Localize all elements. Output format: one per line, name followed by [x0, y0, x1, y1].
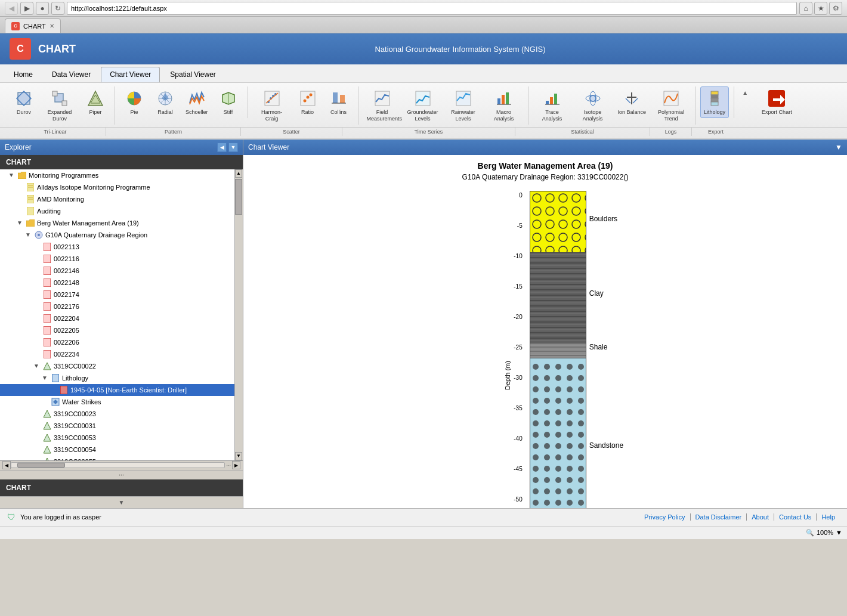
tree-item-berg[interactable]: ▼ Berg Water Management Area (19) — [0, 217, 243, 229]
toggle-berg[interactable]: ▼ — [16, 219, 24, 226]
ribbon-item-radial[interactable]: Radial — [151, 86, 180, 118]
explorer-pin-button[interactable]: ◀ — [217, 143, 227, 152]
tree-item-3319cc00055[interactable]: 3319CC00055 — [0, 456, 243, 460]
tree-item-amd[interactable]: AMD Monitoring — [0, 193, 243, 205]
contact-us-link[interactable]: Contact Us — [774, 513, 817, 521]
tree-label-berg: Berg Water Management Area (19) — [37, 219, 139, 227]
ribbon-item-field-measurements[interactable]: Field Measurements — [363, 86, 401, 125]
ribbon-item-harmon-craig[interactable]: Harmon-Craig — [253, 86, 291, 125]
tree-item-3319cc00054[interactable]: 3319CC00054 — [0, 444, 243, 456]
home-button[interactable]: ⌂ — [799, 2, 812, 15]
back-button[interactable]: ◀ — [5, 2, 18, 15]
tree-container[interactable]: ▼ Monitoring Programmes Alldays Isotope … — [0, 169, 243, 460]
tree-item-alldays[interactable]: Alldays Isotope Monitoring Programme — [0, 181, 243, 193]
tree-item-0022206[interactable]: 0022206 — [0, 336, 243, 348]
explorer-collapse-handle[interactable]: ··· — [0, 470, 243, 479]
data-disclaimer-link[interactable]: Data Disclaimer — [691, 513, 747, 521]
scroll-up-arrow[interactable]: ▲ — [235, 169, 242, 178]
ribbon-item-piper[interactable]: Piper — [81, 86, 110, 118]
ribbon-item-export-chart[interactable]: Export Chart — [758, 86, 796, 118]
tab-close-button[interactable]: ✕ — [50, 23, 54, 29]
tree-item-0022148[interactable]: 0022148 — [0, 277, 243, 289]
ribbon-item-trace-analysis[interactable]: Trace Analysis — [533, 86, 571, 125]
ribbon-item-macro-analysis[interactable]: Macro Analysis — [485, 86, 523, 125]
rainwater-levels-icon — [454, 89, 473, 108]
browser-tab[interactable]: C CHART ✕ — [5, 18, 61, 33]
browser-zoom-bar: 🔍 100% ▼ — [0, 526, 847, 539]
ribbon-item-rainwater-levels[interactable]: Rainwater Levels — [444, 86, 483, 125]
scroll-right-arrow[interactable]: ▶ — [232, 461, 240, 469]
tree-item-3319cc00022[interactable]: ▼ 3319CC00022 — [0, 360, 243, 372]
expand-arrow-icon: ▼ — [119, 499, 125, 506]
scroll-left-arrow[interactable]: ◀ — [2, 461, 11, 469]
export-chart-icon — [767, 89, 786, 108]
ribbon-tab-chart-viewer[interactable]: Chart Viewer — [101, 67, 160, 82]
toggle-g10a[interactable]: ▼ — [24, 231, 32, 238]
ribbon-group-logs: Lithology — [695, 86, 734, 118]
ribbon-item-stiff[interactable]: Stiff — [214, 86, 243, 118]
tree-item-lithology-node[interactable]: ▼ Lithology — [0, 372, 243, 384]
tree-item-0022146[interactable]: 0022146 — [0, 265, 243, 277]
ribbon-item-durov[interactable]: Durov — [10, 86, 38, 118]
tree-item-0022116[interactable]: 0022116 — [0, 253, 243, 265]
ribbon-item-schoeller[interactable]: Schoeller — [182, 86, 212, 118]
favorites-button[interactable]: ★ — [814, 2, 827, 15]
tree-item-1945-04-05[interactable]: 1945-04-05 [Non-Earth Scientist: Driller… — [0, 384, 243, 396]
ribbon-tab-data-viewer[interactable]: Data Viewer — [43, 67, 100, 82]
tree-item-3319cc00023[interactable]: 3319CC00023 — [0, 408, 243, 420]
tree-item-0022113[interactable]: 0022113 — [0, 241, 243, 253]
tree-item-0022234[interactable]: 0022234 — [0, 348, 243, 360]
tree-item-0022205[interactable]: 0022205 — [0, 324, 243, 336]
scroll-thumb[interactable] — [235, 179, 242, 215]
ribbon-item-pie[interactable]: Pie — [120, 86, 149, 118]
ribbon-item-groundwater-levels[interactable]: Groundwater Levels — [404, 86, 442, 125]
svg-rect-67 — [44, 290, 51, 299]
tree-item-3319cc00031[interactable]: 3319CC00031 — [0, 420, 243, 432]
privacy-policy-link[interactable]: Privacy Policy — [639, 513, 690, 521]
ribbon-tab-spatial-viewer[interactable]: Spatial Viewer — [161, 67, 225, 82]
stop-button[interactable]: ● — [36, 2, 49, 15]
tools-button[interactable]: ⚙ — [829, 2, 842, 15]
svg-rect-51 — [711, 102, 718, 106]
field-measurements-icon — [373, 89, 392, 108]
explorer-scrollbar-x[interactable]: ◀ ··· ▶ — [0, 460, 243, 470]
radial-label: Radial — [157, 109, 173, 116]
toggle-monitoring[interactable]: ▼ — [7, 172, 16, 178]
forward-button[interactable]: ▶ — [20, 2, 33, 15]
app-logo: C — [10, 38, 31, 60]
toggle-3319cc00022[interactable]: ▼ — [32, 363, 41, 369]
scroll-down-arrow[interactable]: ▼ — [235, 452, 242, 460]
ribbon-item-ion-balance[interactable]: Ion Balance — [614, 86, 650, 118]
scrollbar-thumb-x[interactable] — [17, 463, 65, 468]
tree-item-3319cc00053[interactable]: 3319CC00053 — [0, 432, 243, 444]
about-link[interactable]: About — [747, 513, 774, 521]
address-bar[interactable] — [67, 2, 797, 15]
zoom-dropdown-icon[interactable]: ▼ — [836, 529, 842, 536]
toggle-lithology-node[interactable]: ▼ — [41, 374, 49, 381]
ribbon-item-lithology[interactable]: Lithology — [700, 86, 729, 118]
refresh-button[interactable]: ↻ — [51, 2, 64, 15]
explorer-menu-button[interactable]: ▼ — [228, 143, 238, 152]
ribbon-tab-home[interactable]: Home — [5, 67, 42, 82]
tree-item-0022176[interactable]: 0022176 — [0, 301, 243, 312]
tree-item-water-strikes[interactable]: Water Strikes — [0, 396, 243, 408]
ribbon-item-polynomial-trend[interactable]: Polynomial Trend — [652, 86, 690, 125]
tree-scrollbar-vertical[interactable]: ▲ ▼ — [234, 169, 243, 460]
tree-item-g10a[interactable]: ▼ G10A Quaternary Drainage Region — [0, 229, 243, 241]
radial-icon — [156, 89, 175, 108]
scrollbar-track-x[interactable] — [11, 462, 225, 468]
ribbon-item-collins[interactable]: Collins — [324, 86, 353, 118]
stiff-icon — [219, 89, 238, 108]
tree-item-0022204[interactable]: 0022204 — [0, 312, 243, 324]
tree-item-auditing[interactable]: Auditing — [0, 205, 243, 217]
tree-item-monitoring[interactable]: ▼ Monitoring Programmes — [0, 169, 243, 181]
explorer-expand-bottom[interactable]: ▼ — [0, 496, 243, 508]
chart-panel-close[interactable]: ▼ — [835, 143, 842, 151]
ribbon-item-ratio[interactable]: Ratio — [293, 86, 322, 118]
help-link[interactable]: Help — [817, 513, 840, 521]
scroll-resize-handle[interactable]: ··· — [225, 462, 232, 468]
tree-item-0022174[interactable]: 0022174 — [0, 289, 243, 301]
ribbon-item-isotope-analysis[interactable]: Isotope Analysis — [574, 86, 612, 125]
tick-20: -20 — [514, 312, 524, 343]
ribbon-item-expanded-durov[interactable]: Expanded Durov — [41, 86, 79, 125]
